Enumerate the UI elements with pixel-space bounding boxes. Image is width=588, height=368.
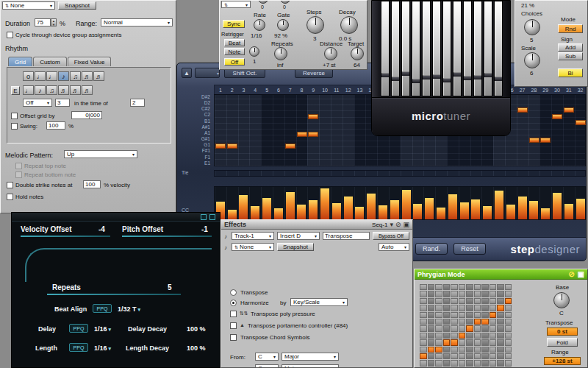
scale-grid-cell[interactable] [466, 291, 473, 297]
note-value-button[interactable]: ♩ [46, 71, 57, 81]
cc-bar[interactable] [460, 202, 469, 219]
scale-grid-cell[interactable] [428, 339, 435, 345]
scale-grid-cell[interactable] [443, 312, 451, 318]
scale-grid-cell[interactable] [466, 353, 473, 359]
beat-align-value[interactable]: 1/32 T [118, 305, 140, 313]
scale-grid-cell[interactable] [505, 333, 512, 339]
scale-grid-cell[interactable] [459, 284, 466, 290]
sign-add-button[interactable]: Add [558, 43, 583, 52]
choices-knob[interactable] [524, 19, 540, 35]
from-scale-dropdown[interactable]: Major [282, 353, 339, 361]
scale-grid-cell[interactable] [466, 325, 473, 331]
scale-grid-cell[interactable] [420, 284, 427, 290]
scale-grid-cell[interactable] [428, 312, 435, 318]
cc-bar[interactable] [518, 197, 527, 219]
scale-grid-cell[interactable] [497, 305, 504, 311]
cc-bar[interactable] [541, 208, 550, 219]
scale-grid-cell[interactable] [497, 284, 504, 290]
delay-ppq-button[interactable]: PPQ [69, 324, 88, 333]
slider-handle[interactable] [402, 71, 409, 76]
step-cell-active[interactable] [285, 144, 295, 149]
cc-bar-slot[interactable] [412, 187, 424, 219]
base-knob[interactable] [553, 292, 570, 308]
delay-decay-value[interactable]: 100 % [187, 325, 206, 333]
cc-bar[interactable] [297, 205, 306, 219]
hold-notes-checkbox[interactable] [7, 194, 13, 200]
scale-grid-cell[interactable] [490, 319, 497, 325]
cc-bar-slot[interactable] [343, 187, 354, 219]
tab-custom[interactable]: Custom [33, 57, 67, 66]
scale-grid-cell[interactable] [481, 353, 489, 359]
swing-field[interactable]: 100 [46, 121, 65, 130]
seq-dropdown-arrow-icon[interactable]: ▾ [390, 221, 393, 228]
scale-grid-cell[interactable] [459, 360, 466, 366]
poly-pressure-checkbox[interactable] [230, 311, 237, 317]
scale-grid-cell[interactable] [505, 312, 512, 318]
fx-preset-dropdown[interactable]: None [232, 243, 274, 251]
scale-grid-cell[interactable] [459, 325, 466, 331]
randomize-button[interactable]: Rand. [415, 243, 448, 255]
step-cell-active[interactable] [564, 107, 574, 113]
scale-grid-cell[interactable] [435, 319, 442, 325]
scale-grid-cell[interactable] [451, 360, 458, 366]
scale-grid-cell[interactable] [466, 319, 473, 325]
detune-slider[interactable] [442, 1, 451, 96]
scale-grid-cell[interactable] [497, 347, 504, 353]
cc-bar[interactable] [402, 190, 411, 219]
scale-grid-cell[interactable] [466, 305, 473, 311]
steps-knob[interactable] [306, 16, 324, 34]
cc-bar[interactable] [251, 206, 259, 219]
scale-grid-cell[interactable] [443, 284, 451, 290]
scale-grid-cell[interactable] [459, 305, 466, 311]
cc-bar[interactable] [309, 200, 318, 219]
mod-minimize-icon[interactable] [201, 214, 207, 220]
scale-grid-cell[interactable] [490, 347, 497, 353]
scale-grid-cell[interactable] [420, 319, 427, 325]
slider-handle[interactable] [412, 79, 420, 83]
detune-slider[interactable] [412, 1, 420, 96]
sync-button[interactable]: Sync [223, 20, 245, 28]
tuplet-count-field[interactable]: 3 [55, 99, 70, 107]
detune-slider[interactable] [473, 1, 482, 96]
cc-bar[interactable] [506, 205, 515, 219]
scale-grid-cell[interactable] [497, 360, 504, 366]
scale-grid-cell[interactable] [451, 339, 458, 345]
cc-bar-slot[interactable] [365, 187, 377, 219]
cc-bar-slot[interactable] [226, 187, 238, 219]
cc-bar[interactable] [425, 198, 434, 219]
cc-bar-slot[interactable] [517, 187, 528, 219]
pattern-dropdown[interactable] [195, 68, 220, 78]
scale-grid-cell[interactable] [435, 284, 442, 290]
note-value-button[interactable]: o [23, 71, 34, 81]
scale-grid-cell[interactable] [428, 325, 435, 331]
scale-grid-cell[interactable] [451, 333, 458, 339]
scale-grid-cell[interactable] [459, 333, 466, 339]
cc-bar-slot[interactable] [354, 187, 366, 219]
scale-grid-cell[interactable] [428, 347, 435, 353]
cc-bar-slot[interactable] [307, 187, 319, 219]
scale-grid-cell[interactable] [497, 319, 504, 325]
note-value-button[interactable]: ♬ [82, 71, 93, 81]
detune-slider[interactable] [401, 1, 410, 96]
step-cell-active[interactable] [227, 144, 237, 149]
scale-grid-cell[interactable] [497, 333, 504, 339]
scale-grid-cell[interactable] [466, 360, 473, 366]
detune-slider[interactable] [391, 1, 400, 96]
offset-grid-checkbox[interactable] [11, 113, 18, 119]
scale-grid-cell[interactable] [466, 284, 473, 290]
scale-grid-cell[interactable] [420, 298, 427, 304]
scale-grid-cell[interactable] [490, 298, 497, 304]
melodic-pattern-dropdown[interactable]: Up [64, 150, 137, 158]
detune-slider[interactable] [422, 1, 431, 96]
cc-bar[interactable] [483, 206, 492, 219]
cc-bar-slot[interactable] [459, 187, 470, 219]
step-cell-active[interactable] [308, 132, 318, 137]
distance-knob[interactable] [324, 47, 337, 60]
repeat-top-checkbox[interactable] [15, 163, 22, 169]
cc-bar-slot[interactable] [401, 187, 412, 219]
cc-bar-slot[interactable] [505, 187, 517, 219]
mode-rnd-button[interactable]: Rnd [558, 24, 583, 33]
cc-lane[interactable] [214, 186, 586, 220]
scale-grid-cell[interactable] [420, 339, 427, 345]
scale-grid-cell[interactable] [474, 339, 481, 345]
